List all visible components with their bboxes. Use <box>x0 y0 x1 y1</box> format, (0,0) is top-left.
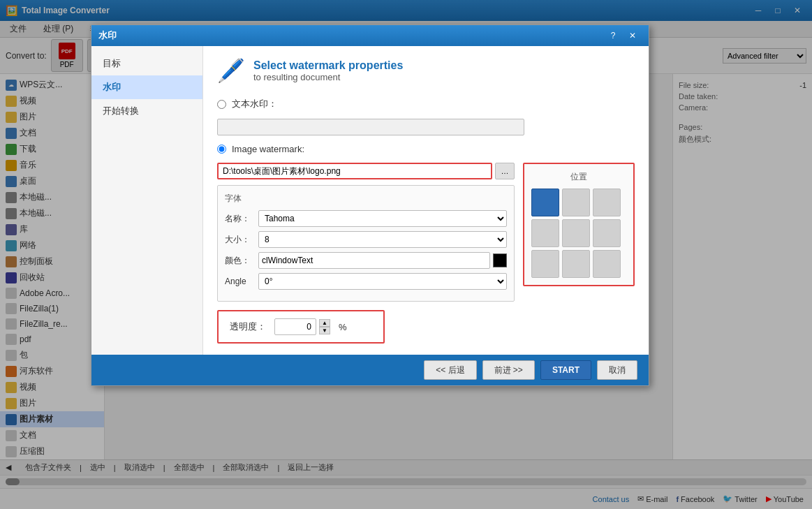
image-watermark-row: Image watermark: <box>217 144 635 154</box>
font-angle-select[interactable]: 0°45°90° 135°180° <box>258 273 507 290</box>
next-button[interactable]: 前进 >> <box>482 360 535 380</box>
dialog-title: 水印 <box>98 29 117 42</box>
dialog-nav-start[interactable]: 开始转换 <box>91 99 202 123</box>
watermark-dialog: 水印 ? ✕ 目标 水印 开始转换 🖊️ Select watermark pr <box>91 24 649 386</box>
font-color-input[interactable] <box>258 252 490 269</box>
pos-cell-1[interactable] <box>562 189 590 216</box>
transparency-spinner: ▲ ▼ <box>319 319 330 334</box>
text-watermark-radio[interactable] <box>217 100 226 109</box>
font-name-select[interactable]: Tahoma Arial Times New Roman <box>258 210 507 227</box>
text-watermark-input[interactable] <box>217 119 524 135</box>
pos-cell-7[interactable] <box>562 250 590 278</box>
pos-cell-8[interactable] <box>593 250 621 278</box>
image-watermark-label[interactable]: Image watermark: <box>232 144 304 154</box>
image-path-input[interactable] <box>217 163 492 179</box>
position-title: 位置 <box>531 171 626 183</box>
font-color-row: 颜色： <box>225 252 507 269</box>
dialog-help-button[interactable]: ? <box>604 28 622 43</box>
dialog-close-button[interactable]: ✕ <box>623 28 642 43</box>
spinner-up-button[interactable]: ▲ <box>319 319 330 327</box>
font-angle-label: Angle <box>225 276 253 286</box>
transparency-section: 透明度： ▲ ▼ % <box>217 310 385 344</box>
pos-cell-0[interactable] <box>531 189 559 216</box>
cancel-button[interactable]: 取消 <box>597 360 637 380</box>
font-size-row: 大小： 6789 101214 <box>225 231 507 248</box>
browse-button[interactable]: … <box>495 163 515 179</box>
stamp-icon: 🖊️ <box>217 57 245 84</box>
font-size-label: 大小： <box>225 234 253 246</box>
dialog-nav-watermark[interactable]: 水印 <box>91 75 202 99</box>
font-section-title: 字体 <box>225 193 507 205</box>
pos-cell-5[interactable] <box>593 219 621 247</box>
position-panel: 位置 <box>523 163 635 286</box>
position-grid <box>531 189 626 278</box>
transparency-input-wrap: ▲ ▼ <box>274 318 330 335</box>
dialog-header: 🖊️ Select watermark properties to result… <box>217 57 635 84</box>
font-angle-row: Angle 0°45°90° 135°180° <box>225 273 507 290</box>
font-section: 字体 名称： Tahoma Arial Times New Roman <box>217 185 515 302</box>
dialog-title-bar: 水印 ? ✕ <box>91 25 649 46</box>
color-input-row <box>258 252 507 269</box>
text-watermark-label[interactable]: 文本水印： <box>232 98 277 110</box>
dialog-nav: 目标 水印 开始转换 <box>91 46 203 355</box>
color-swatch[interactable] <box>493 253 507 267</box>
pos-cell-6[interactable] <box>531 250 559 278</box>
start-button[interactable]: START <box>540 360 591 380</box>
dialog-header-title: Select watermark properties <box>253 59 403 72</box>
font-color-label: 颜色： <box>225 255 253 267</box>
text-watermark-input-row <box>217 119 635 135</box>
transparency-input[interactable] <box>274 318 316 335</box>
image-watermark-radio[interactable] <box>217 145 226 154</box>
dialog-main-content: 🖊️ Select watermark properties to result… <box>203 46 649 355</box>
spinner-down-button[interactable]: ▼ <box>319 327 330 334</box>
dialog-nav-target[interactable]: 目标 <box>91 52 202 75</box>
pos-cell-4[interactable] <box>562 219 590 247</box>
font-name-row: 名称： Tahoma Arial Times New Roman <box>225 210 507 227</box>
font-size-select[interactable]: 6789 101214 <box>258 231 507 248</box>
dialog-overlay: 水印 ? ✕ 目标 水印 开始转换 🖊️ Select watermark pr <box>0 0 812 509</box>
left-column: … 字体 名称： Tahoma Arial Times <box>217 163 515 302</box>
dialog-header-text: Select watermark properties to resulting… <box>253 59 403 82</box>
font-name-label: 名称： <box>225 213 253 225</box>
image-path-font-position-row: … 字体 名称： Tahoma Arial Times <box>217 163 635 302</box>
dialog-body: 目标 水印 开始转换 🖊️ Select watermark propertie… <box>91 46 649 355</box>
dialog-footer: << 后退 前进 >> START 取消 <box>91 355 649 385</box>
image-path-row: … <box>217 163 515 179</box>
transparency-label: 透明度： <box>230 320 266 333</box>
dialog-title-controls: ? ✕ <box>604 28 642 43</box>
back-button[interactable]: << 后退 <box>424 360 476 380</box>
dialog-header-subtitle: to resulting document <box>253 72 403 82</box>
pos-cell-3[interactable] <box>531 219 559 247</box>
text-watermark-row: 文本水印： <box>217 98 635 110</box>
pos-cell-2[interactable] <box>593 189 621 216</box>
transparency-unit: % <box>339 322 347 332</box>
